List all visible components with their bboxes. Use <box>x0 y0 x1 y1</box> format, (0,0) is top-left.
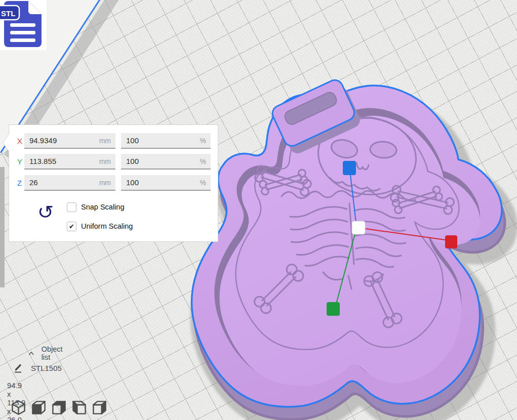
camera-view-toolbar <box>10 400 108 415</box>
y-percent-input[interactable] <box>121 154 211 169</box>
chevron-up-icon <box>28 350 34 356</box>
x-percent-unit: % <box>200 137 206 145</box>
stl-file-logo: STL <box>0 0 47 50</box>
view-top-button[interactable] <box>51 400 67 415</box>
panel-pointer <box>3 134 9 151</box>
view-3d-button[interactable] <box>10 400 27 415</box>
y-size-field: mm <box>24 154 115 170</box>
object-list-toggle[interactable]: Object list <box>28 345 65 361</box>
cube-right-face-icon <box>91 400 108 415</box>
cube-top-face-icon <box>51 400 67 415</box>
uniform-scaling-label: Uniform Scaling <box>81 222 133 230</box>
object-name: STL1505 <box>31 364 62 372</box>
reset-scale-button[interactable]: ↺ <box>34 201 57 224</box>
view-front-button[interactable] <box>30 400 47 415</box>
cube-front-face-icon <box>30 400 47 415</box>
object-list-label: Object list <box>42 345 65 361</box>
object-list-item[interactable]: STL1505 <box>13 362 62 373</box>
y-percent-unit: % <box>200 157 206 165</box>
snap-scaling-checkbox[interactable] <box>67 202 76 212</box>
document-fold <box>28 1 42 14</box>
x-percent-field: % <box>121 133 211 149</box>
x-size-unit: mm <box>99 137 111 145</box>
viewport: STL X mm % Y mm % <box>0 0 517 420</box>
snap-scaling-label: Snap Scaling <box>81 203 124 211</box>
cube-wireframe-icon <box>10 400 27 415</box>
z-percent-unit: % <box>200 179 206 187</box>
view-right-button[interactable] <box>91 400 108 415</box>
z-size-unit: mm <box>99 179 111 187</box>
scale-tool-panel: X mm % Y mm % Z mm <box>9 124 218 242</box>
x-size-field: mm <box>24 133 115 149</box>
x-percent-input[interactable] <box>121 133 211 148</box>
z-percent-field: % <box>121 175 211 191</box>
uniform-scaling-row: ✔ Uniform Scaling <box>67 221 133 231</box>
view-left-button[interactable] <box>71 400 88 415</box>
stl-badge-label: STL <box>1 9 15 18</box>
z-percent-input[interactable] <box>121 175 211 190</box>
z-size-field: mm <box>24 175 115 191</box>
cube-left-face-icon <box>71 400 88 415</box>
uniform-scaling-checkbox[interactable]: ✔ <box>67 222 76 231</box>
center-scale-handle[interactable] <box>352 221 365 234</box>
pencil-icon <box>13 362 24 373</box>
y-scale-handle[interactable] <box>327 302 340 316</box>
x-scale-handle[interactable] <box>445 235 457 248</box>
z-scale-handle[interactable] <box>343 161 356 175</box>
y-size-unit: mm <box>99 157 111 165</box>
y-percent-field: % <box>121 154 211 170</box>
snap-scaling-row: Snap Scaling <box>67 202 124 212</box>
